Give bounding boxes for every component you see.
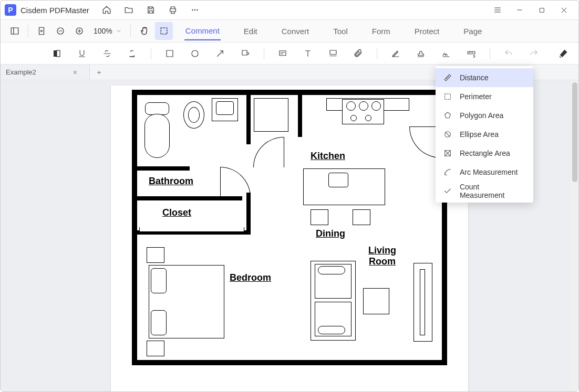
svg-point-2 (197, 9, 198, 10)
svg-rect-3 (540, 8, 544, 12)
measure-distance-item[interactable]: Distance (436, 68, 533, 87)
sidebar-toggle-button[interactable] (6, 22, 24, 40)
check-icon (443, 186, 452, 196)
item-label: Perimeter (460, 92, 492, 101)
svg-point-0 (192, 9, 193, 10)
new-tab-button[interactable]: ＋ (90, 65, 108, 80)
tab-tool[interactable]: Tool (332, 23, 349, 40)
close-tab-icon[interactable]: × (73, 68, 77, 77)
attachment-tool-icon[interactable] (349, 46, 367, 61)
stamp-tool-icon[interactable] (412, 46, 430, 61)
measure-arc-item[interactable]: Arc Measurement (436, 163, 533, 182)
zoom-label: 100% (94, 27, 112, 35)
floor-plan: Bathroom Closet Kitchen Dining Bedroom L… (132, 90, 447, 365)
svg-rect-14 (242, 50, 247, 55)
open-button[interactable] (120, 2, 138, 18)
tab-comment[interactable]: Comment (184, 22, 221, 40)
circle-shape-icon[interactable] (186, 46, 204, 61)
measure-rectangle-area-item[interactable]: Rectangle Area (436, 144, 533, 163)
svg-rect-17 (468, 51, 475, 54)
polygon-icon (443, 111, 452, 120)
undo-button[interactable] (500, 46, 518, 61)
svg-rect-15 (280, 50, 286, 55)
measure-dropdown: Distance Perimeter Polygon Area Ellipse … (436, 66, 533, 203)
maximize-button[interactable] (531, 2, 552, 18)
item-label: Count Measurement (460, 183, 526, 199)
label-closet: Closet (162, 207, 191, 218)
tab-protect[interactable]: Protect (413, 23, 441, 40)
perimeter-icon (443, 92, 452, 101)
strikethrough-tool-icon[interactable] (98, 46, 116, 61)
close-button[interactable] (553, 2, 574, 18)
app-brand-icon: P (5, 4, 16, 16)
ellipse-icon (443, 130, 452, 139)
hamburger-menu-button[interactable] (487, 2, 508, 18)
minimize-button[interactable] (509, 2, 530, 18)
tab-form[interactable]: Form (371, 23, 391, 40)
print-button[interactable] (164, 2, 182, 18)
svg-point-6 (41, 30, 43, 32)
label-dining: Dining (316, 228, 345, 239)
select-tool-button[interactable] (155, 22, 173, 40)
svg-rect-16 (330, 50, 336, 55)
rectangle-shape-icon[interactable] (161, 46, 179, 61)
underline-tool-icon[interactable] (73, 46, 91, 61)
document-tab-label: Example2 (6, 68, 36, 76)
measure-count-item[interactable]: Count Measurement (436, 182, 533, 200)
pdf-page: Bathroom Closet Kitchen Dining Bedroom L… (111, 86, 468, 391)
svg-point-1 (194, 9, 195, 10)
arrow-shape-icon[interactable] (211, 46, 229, 61)
squiggly-tool-icon[interactable] (123, 46, 141, 61)
more-button[interactable] (186, 2, 204, 18)
item-label: Ellipse Area (460, 130, 499, 139)
hand-tool-button[interactable] (135, 22, 154, 40)
pencil-tool-icon[interactable] (387, 46, 405, 61)
primary-toolbar: 100% Comment Edit Convert Tool Form Prot… (1, 19, 578, 43)
redo-button[interactable] (525, 46, 543, 61)
svg-rect-4 (11, 28, 18, 34)
measure-polygon-area-item[interactable]: Polygon Area (436, 106, 533, 125)
measure-perimeter-item[interactable]: Perimeter (436, 87, 533, 106)
measure-tool-icon[interactable] (462, 46, 480, 61)
zoom-in-button[interactable] (70, 22, 88, 40)
document-tab[interactable]: Example2 × (1, 65, 90, 80)
measure-ellipse-area-item[interactable]: Ellipse Area (436, 125, 533, 144)
main-tabs: Comment Edit Convert Tool Form Protect P… (179, 22, 573, 40)
label-living-room: LivingRoom (368, 245, 396, 267)
callout-tool-icon[interactable] (324, 46, 342, 61)
svg-point-13 (192, 50, 198, 57)
tab-page[interactable]: Page (462, 23, 483, 40)
comment-toolbar (1, 43, 578, 65)
scrollbar-thumb[interactable] (572, 82, 577, 182)
note-tool-icon[interactable] (274, 46, 292, 61)
arc-icon (443, 167, 452, 177)
title-bar: P Cisdem PDFMaster (1, 1, 578, 19)
app-window: P Cisdem PDFMaster (0, 0, 579, 392)
item-label: Distance (460, 73, 488, 82)
svg-rect-9 (161, 28, 167, 34)
ruler-icon (443, 73, 452, 82)
signature-tool-icon[interactable] (437, 46, 455, 61)
svg-rect-12 (167, 50, 173, 57)
zoom-level[interactable]: 100% (89, 27, 126, 35)
vertical-scrollbar[interactable] (571, 80, 578, 391)
svg-rect-5 (39, 27, 44, 35)
text-tool-icon[interactable] (299, 46, 317, 61)
item-label: Rectangle Area (460, 149, 510, 157)
highlight-tool-icon[interactable] (48, 46, 66, 61)
home-button[interactable] (98, 2, 116, 18)
more-shapes-icon[interactable] (236, 46, 254, 61)
tab-edit[interactable]: Edit (243, 23, 259, 40)
svg-rect-10 (54, 50, 57, 57)
zoom-out-button[interactable] (51, 22, 69, 40)
item-label: Arc Measurement (460, 168, 518, 176)
eraser-tool-icon[interactable] (554, 46, 572, 61)
window-controls (487, 2, 574, 18)
tab-convert[interactable]: Convert (281, 23, 311, 40)
save-button[interactable] (142, 2, 160, 18)
rect-area-icon (443, 149, 452, 158)
app-title: Cisdem PDFMaster (20, 6, 89, 15)
label-kitchen: Kitchen (311, 151, 345, 162)
page-fit-button[interactable] (33, 22, 50, 40)
svg-rect-18 (445, 94, 451, 100)
